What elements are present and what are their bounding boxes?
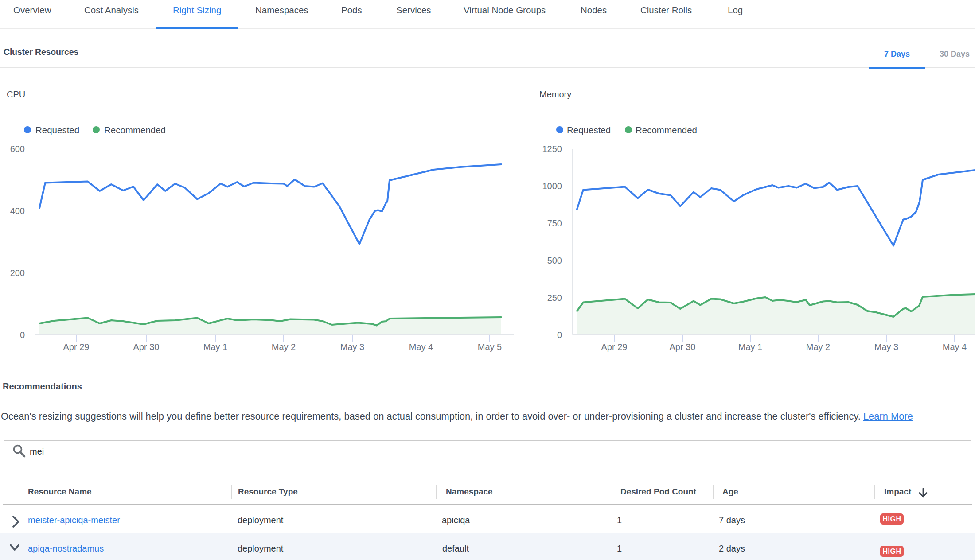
svg-text:Apr 30: Apr 30 (133, 342, 160, 352)
svg-text:600: 600 (10, 144, 25, 154)
svg-text:May 5: May 5 (478, 342, 502, 352)
svg-text:400: 400 (10, 206, 25, 216)
svg-text:Apr 29: Apr 29 (63, 342, 90, 352)
svg-text:May 3: May 3 (874, 342, 898, 352)
svg-text:Apr 29: Apr 29 (601, 342, 628, 352)
svg-text:May 3: May 3 (340, 342, 364, 352)
svg-text:250: 250 (547, 293, 562, 303)
svg-text:May 1: May 1 (738, 342, 762, 352)
svg-text:May 2: May 2 (806, 342, 830, 352)
svg-text:1000: 1000 (542, 181, 562, 191)
svg-text:1250: 1250 (542, 144, 562, 154)
svg-text:500: 500 (547, 256, 562, 265)
svg-text:May 1: May 1 (203, 342, 227, 352)
svg-text:May 4: May 4 (943, 342, 967, 352)
svg-text:0: 0 (20, 330, 25, 340)
svg-text:Apr 30: Apr 30 (670, 342, 696, 352)
svg-text:May 4: May 4 (409, 342, 433, 352)
svg-text:0: 0 (557, 330, 562, 340)
svg-text:200: 200 (10, 268, 25, 278)
svg-text:May 2: May 2 (272, 342, 296, 352)
svg-text:750: 750 (547, 218, 562, 228)
